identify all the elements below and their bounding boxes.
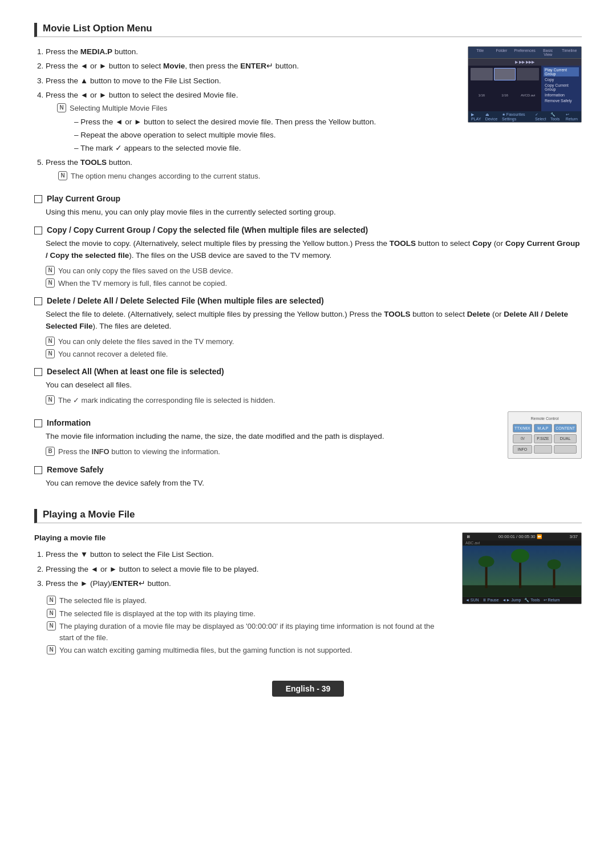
- svg-point-7: [548, 560, 561, 570]
- sub-heading-delete: Delete / Delete All / Delete Selected Fi…: [34, 296, 582, 305]
- player-bottom-bar: ◄ SUN ⏸ Pause ◄► Jump 🔧 Tools ↩ Return: [463, 597, 581, 604]
- step5-note-text: The option menu changes according to the…: [71, 171, 260, 182]
- sub-heading-deselect: Deselect All (When at least one file is …: [34, 367, 582, 376]
- playing-text: Playing a movie file Press the ▼ button …: [34, 532, 451, 657]
- remote-btn-info: INFO: [513, 445, 532, 454]
- play-note-1-text: The selected file is played.: [59, 595, 147, 607]
- info-body: The movie file information including the…: [46, 431, 496, 443]
- copy-note-1-text: You can only copy the files saved on the…: [58, 265, 233, 277]
- copy-body: Select the movie to copy. (Alternatively…: [46, 238, 582, 262]
- delete-note-2: N You cannot recover a deleted file.: [46, 349, 582, 360]
- step-4: Press the ◄ or ► button to select the de…: [46, 90, 456, 155]
- play-note-3: N The playing duration of a movie file m…: [47, 621, 451, 643]
- sub-title-info: Information: [47, 418, 91, 427]
- menu-remove: Remove Safely: [544, 98, 579, 103]
- copy-note-2-text: When the TV memory is full, files cannot…: [58, 278, 227, 289]
- footer-badge: English - 39: [272, 681, 345, 697]
- bottom-play: ▶ PLAY: [471, 112, 482, 121]
- checkbox-icon-3: [34, 297, 42, 305]
- play-note-2-text: The selected file is displayed at the to…: [59, 608, 256, 620]
- playing-row: Playing a movie file Press the ▼ button …: [34, 532, 582, 657]
- play-step-1: Press the ▼ button to select the File Li…: [46, 549, 451, 560]
- thumb-label-2: 1/16: [494, 94, 516, 109]
- information-text: Information The movie file information i…: [34, 411, 496, 493]
- bottom-fav: ★ Favourites Settings: [502, 112, 532, 121]
- step5-note: N The option menu changes according to t…: [58, 171, 456, 182]
- remote-btn-content: CONTENT: [554, 424, 577, 432]
- note-icon-c1: N: [46, 266, 55, 275]
- remote-buttons-grid: TTX/MIX M.A.P CONTENT ⑦/ P.SIZE DUAL INF…: [513, 424, 577, 454]
- thumb-2: [494, 68, 516, 80]
- info-note-text: Press the INFO button to viewing the inf…: [58, 446, 220, 458]
- step4-note-text: Selecting Multiple Movie Files: [70, 103, 167, 114]
- player-bottom-sun: ◄ SUN: [465, 598, 479, 603]
- delete-note-2-text: You cannot recover a deleted file.: [58, 349, 168, 360]
- player-icon: 🖥: [466, 534, 471, 539]
- note-icon-d2: N: [46, 349, 55, 358]
- delete-note-1: N You can only delete the files saved in…: [46, 336, 582, 347]
- information-row: Information The movie file information i…: [34, 411, 582, 493]
- player-mockup: 🖥 00:00:01 / 00:05:30 ⏩ 3/37 ABC.avi: [462, 532, 582, 604]
- menu-play-group: Play Current Group: [544, 67, 579, 76]
- step-2: Press the ◄ or ► button to select Movie,…: [46, 60, 456, 72]
- filter-label: ▶ ▶▶ ▶▶▶: [515, 60, 534, 64]
- note-icon-d1: N: [46, 337, 55, 346]
- remote-btn-dual: DUAL: [554, 434, 577, 443]
- player-bottom-pause: ⏸ Pause: [483, 598, 499, 603]
- section1-content: Press the MEDIA.P button. Press the ◄ or…: [34, 46, 456, 187]
- step-1: Press the MEDIA.P button.: [46, 46, 456, 58]
- sub-title-deselect: Deselect All (When at least one file is …: [47, 367, 224, 376]
- bottom-tools: 🔧 Tools: [550, 112, 562, 121]
- sub-step-2: Repeat the above operation to select mul…: [74, 130, 456, 141]
- remote-btn-psize: P.SIZE: [534, 434, 553, 443]
- player-filename: ABC.avi: [465, 541, 480, 545]
- play-group-body: Using this menu, you can only play movie…: [46, 207, 582, 219]
- main-steps-list: Press the MEDIA.P button. Press the ◄ or…: [34, 46, 456, 181]
- play-step-2: Pressing the ◄ or ► button to select a m…: [46, 564, 451, 575]
- footer-text: English - 39: [286, 684, 331, 693]
- delete-body: Select the file to delete. (Alternativel…: [46, 309, 582, 333]
- player-bottom-jump: ◄► Jump: [502, 598, 521, 603]
- sub-steps-list: Press the ◄ or ► button to select the de…: [57, 116, 456, 155]
- player-track: 3/37: [569, 534, 578, 539]
- screen-content-area: 1/16 1/16 AVCD.avi Play Current Group Co…: [468, 66, 581, 111]
- tab-prefs: Preferences: [514, 48, 536, 56]
- bottom-device: ⏏ Device: [485, 112, 499, 121]
- note-icon-p4: N: [47, 645, 56, 654]
- player-bottom-return: ↩ Return: [544, 598, 560, 603]
- player-scene-svg: [463, 545, 581, 597]
- note-icon-p1: N: [47, 596, 56, 605]
- sub-title-play-group: Play Current Group: [47, 194, 120, 203]
- sub-step-3: The mark ✓ appears to the selected movie…: [74, 143, 456, 154]
- playing-subsection-title: Playing a movie file: [34, 532, 451, 544]
- svg-point-5: [511, 549, 529, 563]
- checkbox-icon-1: [34, 195, 42, 203]
- sub-heading-copy: Copy / Copy Current Group / Copy the sel…: [34, 225, 582, 235]
- play-note-2: N The selected file is displayed at the …: [47, 608, 451, 620]
- section-1: Movie List Option Menu Press the MEDIA.P…: [34, 23, 582, 493]
- player-video-area: [463, 545, 581, 597]
- tab-timeline: Timeline: [560, 48, 578, 56]
- play-step-3: Press the ► (Play)/ENTER↵ button.: [46, 578, 451, 589]
- play-note-1: N The selected file is played.: [47, 595, 451, 607]
- player-bottom-tools: 🔧 Tools: [524, 598, 540, 603]
- menu-copy-group: Copy Current Group: [544, 83, 579, 92]
- remote-mockup: Remote Control TTX/MIX M.A.P CONTENT ⑦/ …: [508, 411, 582, 459]
- thumb-label-3: AVCD.avi: [517, 94, 539, 109]
- note-icon-ds1: N: [46, 395, 55, 405]
- thumb-label-1: 1/16: [471, 94, 493, 109]
- playing-steps: Press the ▼ button to select the File Li…: [34, 549, 451, 589]
- note-icon-5: N: [58, 171, 67, 180]
- play-note-4: N You can watch exciting gaming multimed…: [47, 645, 451, 656]
- thumb-1: [471, 68, 493, 80]
- sub-title-copy: Copy / Copy Current Group / Copy the sel…: [47, 225, 368, 235]
- tab-basic: Basic View: [539, 48, 557, 56]
- screen-thumbs: 1/16 1/16 AVCD.avi: [468, 66, 541, 111]
- note-icon-c2: N: [46, 278, 55, 288]
- screen-bottom-bar: ▶ PLAY ⏏ Device ★ Favourites Settings ✓ …: [468, 111, 581, 122]
- remote-btn-ttxmix: TTX/MIX: [513, 424, 532, 432]
- sub-title-delete: Delete / Delete All / Delete Selected Fi…: [47, 296, 324, 305]
- deselect-body: You can deselect all files.: [46, 379, 582, 391]
- sub-heading-remove: Remove Safely: [34, 465, 496, 474]
- step4-note: N Selecting Multiple Movie Files: [57, 103, 456, 114]
